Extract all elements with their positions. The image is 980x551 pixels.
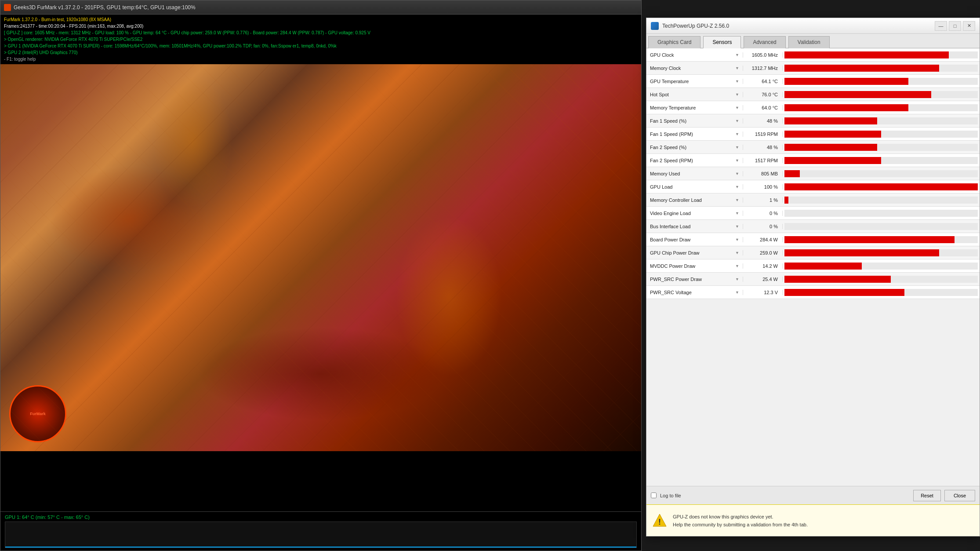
furmark-title-text: Geeks3D FurMark v1.37.2.0 - 201FPS, GPU1…: [14, 4, 196, 11]
sensor-dropdown-arrow[interactable]: ▼: [735, 185, 739, 189]
minimize-button[interactable]: —: [935, 21, 947, 31]
sensor-label-cell[interactable]: GPU Clock ▼: [646, 52, 743, 58]
sensor-dropdown-arrow[interactable]: ▼: [735, 211, 739, 215]
sensor-dropdown-arrow[interactable]: ▼: [735, 172, 739, 176]
sensor-label-cell[interactable]: Bus Interface Load ▼: [646, 224, 743, 229]
sensor-label-cell[interactable]: Fan 2 Speed (%) ▼: [646, 145, 743, 150]
gpuz-window: TechPowerUp GPU-Z 2.56.0 — □ ✕ Graphics …: [646, 18, 980, 536]
bar-fill: [784, 104, 908, 111]
sensor-dropdown-arrow[interactable]: ▼: [735, 145, 739, 150]
sensor-dropdown-arrow[interactable]: ▼: [735, 79, 739, 84]
sensor-dropdown-arrow[interactable]: ▼: [735, 198, 739, 202]
sensor-dropdown-arrow[interactable]: ▼: [735, 66, 739, 70]
tab-validation[interactable]: Validation: [788, 36, 830, 48]
sensor-dropdown-arrow[interactable]: ▼: [735, 251, 739, 255]
bar-fill: [784, 51, 949, 58]
sensor-label-cell[interactable]: Memory Temperature ▼: [646, 105, 743, 110]
reset-button[interactable]: Reset: [913, 490, 941, 501]
sensor-label-cell[interactable]: GPU Load ▼: [646, 184, 743, 190]
sensor-row: Bus Interface Load ▼ 0 %: [646, 220, 980, 233]
gpu-temp-graph: [5, 522, 637, 548]
sensor-label-cell[interactable]: Memory Clock ▼: [646, 66, 743, 71]
furmark-logo: FurMark: [9, 385, 66, 442]
sensor-value-cell: 48 %: [743, 145, 783, 150]
sensor-label-cell[interactable]: Board Power Draw ▼: [646, 237, 743, 242]
sensor-bar-cell: [783, 193, 980, 206]
bar-fill: [784, 117, 877, 124]
bar-fill: [784, 183, 978, 190]
sensor-dropdown-arrow[interactable]: ▼: [735, 92, 739, 97]
sensor-row: GPU Temperature ▼ 64.1 °C: [646, 75, 980, 88]
sensor-value-cell: 25.4 W: [743, 277, 783, 282]
sensor-label-cell[interactable]: Hot Spot ▼: [646, 92, 743, 97]
info-line-1: Frames:241377 - time:00:20:04 - FPS:201 …: [4, 23, 638, 29]
sensor-dropdown-arrow[interactable]: ▼: [735, 290, 739, 295]
warning-icon: !: [652, 513, 668, 529]
tab-advanced[interactable]: Advanced: [744, 36, 785, 48]
sensor-dropdown-arrow[interactable]: ▼: [735, 132, 739, 136]
furmark-info-bar: FurMark 1.37.2.0 - Burn-in test, 1920x10…: [0, 15, 641, 64]
sensor-label-cell[interactable]: PWR_SRC Voltage ▼: [646, 290, 743, 295]
close-button[interactable]: Close: [944, 490, 975, 501]
sensor-label-cell[interactable]: GPU Temperature ▼: [646, 79, 743, 84]
sensor-dropdown-arrow[interactable]: ▼: [735, 158, 739, 163]
sensor-dropdown-arrow[interactable]: ▼: [735, 224, 739, 229]
gpuz-title-left: TechPowerUp GPU-Z 2.56.0: [651, 22, 729, 30]
sensor-label-cell[interactable]: GPU Chip Power Draw ▼: [646, 250, 743, 255]
sensor-row: PWR_SRC Power Draw ▼ 25.4 W: [646, 273, 980, 286]
gpuz-close-x-button[interactable]: ✕: [963, 21, 975, 31]
maximize-button[interactable]: □: [949, 21, 961, 31]
sensor-label-text: GPU Load: [650, 184, 672, 190]
tab-sensors[interactable]: Sensors: [703, 36, 741, 48]
sensor-row: Fan 1 Speed (%) ▼ 48 %: [646, 114, 980, 128]
log-to-file-label: Log to file: [660, 493, 681, 498]
sensor-bar-cell: [783, 233, 980, 246]
sensor-value-cell: 48 %: [743, 118, 783, 124]
sensor-dropdown-arrow[interactable]: ▼: [735, 237, 739, 242]
bar-container: [784, 276, 978, 283]
sensor-label-text: Fan 2 Speed (RPM): [650, 158, 693, 163]
sensor-dropdown-arrow[interactable]: ▼: [735, 53, 739, 57]
sensor-bar-cell: [783, 180, 980, 193]
sensor-dropdown-arrow[interactable]: ▼: [735, 106, 739, 110]
bar-fill: [784, 131, 881, 138]
sensor-dropdown-arrow[interactable]: ▼: [735, 277, 739, 281]
sensor-row: Fan 2 Speed (%) ▼ 48 %: [646, 141, 980, 154]
sensor-row: MVDDC Power Draw ▼ 14.2 W: [646, 259, 980, 273]
sensor-label-cell[interactable]: Video Engine Load ▼: [646, 211, 743, 216]
bar-container: [784, 117, 978, 124]
sensor-dropdown-arrow[interactable]: ▼: [735, 264, 739, 268]
sensor-label-cell[interactable]: Fan 1 Speed (%) ▼: [646, 118, 743, 124]
sensor-label-cell[interactable]: Memory Used ▼: [646, 171, 743, 176]
sensor-bar-cell: [783, 273, 980, 285]
info-line-2: [ GPU-Z ] core: 1605 MHz - mem: 1312 MHz…: [4, 29, 638, 36]
bar-fill: [784, 236, 955, 243]
sensor-row: Board Power Draw ▼ 284.4 W: [646, 233, 980, 246]
sensor-value-cell: 12.3 V: [743, 290, 783, 295]
gpu-temp-label: GPU 1: 64° C (min: 57° C - max: 65° C): [5, 515, 637, 520]
sensor-dropdown-arrow[interactable]: ▼: [735, 119, 739, 123]
bar-fill: [784, 276, 891, 283]
info-line-5: > GPU 2 (Intel(R) UHD Graphics 770): [4, 49, 638, 56]
sensor-label-cell[interactable]: Memory Controller Load ▼: [646, 197, 743, 203]
sensor-label-cell[interactable]: MVDDC Power Draw ▼: [646, 263, 743, 269]
bar-fill: [784, 197, 788, 204]
sensor-bar-cell: [783, 114, 980, 127]
bar-fill: [784, 78, 908, 85]
sensor-value-cell: 259.0 W: [743, 250, 783, 255]
sensor-bar-cell: [783, 128, 980, 140]
bar-fill: [784, 65, 939, 72]
bar-container: [784, 263, 978, 270]
furmark-title: Geeks3D FurMark v1.37.2.0 - 201FPS, GPU1…: [4, 4, 196, 11]
furmark-titlebar: Geeks3D FurMark v1.37.2.0 - 201FPS, GPU1…: [0, 0, 641, 15]
notice-line2: Help the community by submitting a valid…: [673, 521, 808, 529]
bar-fill: [784, 157, 881, 164]
log-to-file-checkbox[interactable]: [651, 493, 657, 498]
sensor-bar-cell: [783, 75, 980, 88]
bar-container: [784, 289, 978, 296]
bar-fill: [784, 263, 862, 270]
sensor-label-cell[interactable]: Fan 1 Speed (RPM) ▼: [646, 131, 743, 137]
sensor-label-cell[interactable]: Fan 2 Speed (RPM) ▼: [646, 158, 743, 163]
tab-graphics-card[interactable]: Graphics Card: [648, 36, 701, 48]
sensor-label-cell[interactable]: PWR_SRC Power Draw ▼: [646, 277, 743, 282]
